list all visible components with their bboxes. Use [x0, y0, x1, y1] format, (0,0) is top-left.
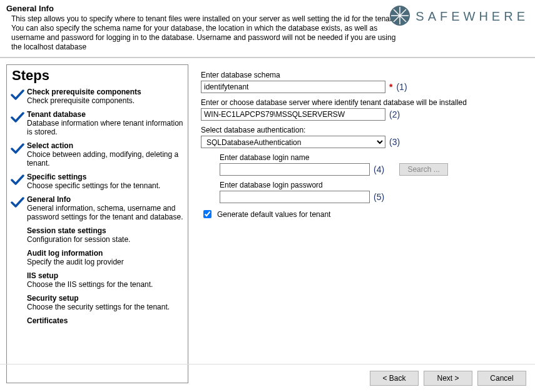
- step-title: Tenant database: [27, 110, 184, 119]
- page-description: This step allows you to specify where to…: [11, 14, 399, 52]
- check-icon: [11, 226, 24, 244]
- step-item[interactable]: Specific settingsChoose specific setting…: [9, 170, 186, 193]
- steps-list[interactable]: Check prerequisite componentsCheck prere…: [9, 85, 188, 383]
- wizard-footer: < Back Next > Cancel: [0, 364, 535, 392]
- step-title: Session state settings: [27, 226, 130, 235]
- step-item[interactable]: IIS setupChoose the IIS settings for the…: [9, 269, 186, 291]
- step-text: General InfoGeneral information, schema,…: [27, 195, 184, 221]
- step-item[interactable]: Security setupChoose the security settin…: [9, 291, 186, 314]
- step-item[interactable]: General InfoGeneral information, schema,…: [9, 193, 186, 224]
- password-label: Enter database login password: [220, 181, 529, 189]
- wizard-header: General Info This step allows you to spe…: [0, 0, 535, 58]
- login-label: Enter database login name: [220, 153, 529, 162]
- step-item[interactable]: Session state settingsConfiguration for …: [9, 224, 186, 246]
- hint-3: (3): [389, 137, 400, 147]
- generate-defaults-label: Generate default values for tenant: [217, 210, 330, 219]
- password-input[interactable]: [220, 191, 370, 203]
- steps-panel: Steps Check prerequisite componentsCheck…: [6, 64, 188, 383]
- step-desc: General information, schema, username an…: [27, 204, 184, 221]
- form-panel: Enter database schema * (1) Enter or cho…: [201, 64, 529, 383]
- brand-text: SAFEWHERE: [415, 9, 529, 24]
- required-star-icon: *: [389, 82, 392, 92]
- step-desc: Database information where tenant inform…: [27, 119, 184, 136]
- next-button[interactable]: Next >: [424, 371, 472, 386]
- step-item[interactable]: Select actionChoice between adding, modi…: [9, 139, 186, 170]
- check-icon: [11, 173, 24, 190]
- hint-2: (2): [389, 109, 400, 119]
- check-icon: [11, 88, 24, 105]
- auth-select[interactable]: SQLDatabaseAuthentication: [201, 136, 385, 148]
- server-input[interactable]: [201, 108, 385, 121]
- step-title: Security setup: [27, 294, 170, 303]
- back-button[interactable]: < Back: [370, 371, 419, 386]
- step-title: Specific settings: [27, 173, 160, 181]
- brand-logo: SAFEWHERE: [389, 5, 529, 28]
- step-text: Certificates: [27, 316, 68, 325]
- step-text: Session state settingsConfiguration for …: [27, 226, 130, 244]
- step-title: Audit log information: [27, 249, 124, 258]
- login-input[interactable]: [220, 163, 370, 176]
- step-text: Audit log informationSpecify the audit l…: [27, 249, 124, 266]
- step-desc: Choose specific settings for the tennant…: [27, 181, 160, 190]
- check-icon: [11, 195, 24, 221]
- step-title: Select action: [27, 141, 184, 150]
- step-item[interactable]: Certificates: [9, 314, 186, 328]
- step-title: IIS setup: [27, 271, 153, 280]
- steps-title: Steps: [9, 68, 188, 84]
- step-title: Check prerequisite components: [27, 88, 141, 96]
- hint-4: (4): [374, 164, 384, 174]
- hint-5: (5): [374, 192, 384, 202]
- check-icon: [11, 271, 24, 289]
- step-title: Certificates: [27, 316, 68, 325]
- generate-defaults-checkbox[interactable]: [203, 210, 211, 218]
- step-text: Tenant databaseDatabase information wher…: [27, 110, 184, 136]
- step-desc: Choose the IIS settings for the tenant.: [27, 280, 153, 289]
- schema-input[interactable]: [201, 81, 385, 93]
- step-desc: Check prerequisite components.: [27, 96, 141, 105]
- check-icon: [11, 110, 24, 136]
- server-label: Enter or choose database server where id…: [201, 98, 529, 107]
- step-desc: Specify the audit log provider: [27, 258, 124, 266]
- check-icon: [11, 249, 24, 266]
- step-desc: Choose the security settings for the ten…: [27, 303, 170, 311]
- step-text: Specific settingsChoose specific setting…: [27, 173, 160, 190]
- step-text: Select actionChoice between adding, modi…: [27, 141, 184, 168]
- check-icon: [11, 141, 24, 168]
- brand-icon: [389, 5, 410, 28]
- hint-1: (1): [396, 82, 407, 92]
- step-desc: Choice between adding, modifying, deleti…: [27, 150, 184, 168]
- check-icon: [11, 294, 24, 311]
- cancel-button[interactable]: Cancel: [477, 371, 526, 386]
- step-text: Security setupChoose the security settin…: [27, 294, 170, 311]
- step-title: General Info: [27, 195, 184, 204]
- step-text: Check prerequisite componentsCheck prere…: [27, 88, 141, 105]
- check-icon: [11, 316, 24, 325]
- step-item[interactable]: Tenant databaseDatabase information wher…: [9, 108, 186, 139]
- step-item[interactable]: Audit log informationSpecify the audit l…: [9, 246, 186, 269]
- search-button: Search ...: [399, 163, 448, 176]
- step-desc: Configuration for session state.: [27, 235, 130, 244]
- schema-label: Enter database schema: [201, 71, 529, 79]
- step-item[interactable]: Check prerequisite componentsCheck prere…: [9, 85, 186, 108]
- auth-label: Select database authentication:: [201, 126, 529, 134]
- step-text: IIS setupChoose the IIS settings for the…: [27, 271, 153, 289]
